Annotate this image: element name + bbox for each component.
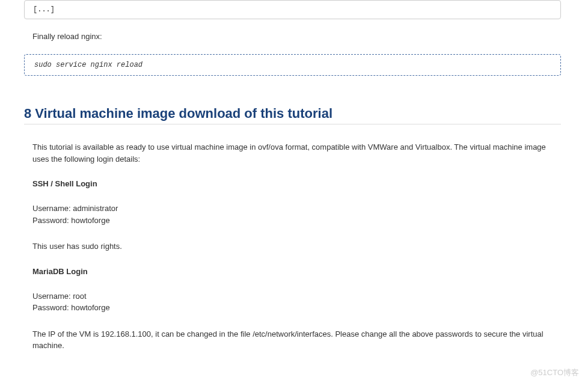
ssh-credentials: Username: administrator Password: howtof… (32, 203, 561, 226)
mariadb-credentials: Username: root Password: howtoforge (32, 290, 561, 314)
mariadb-password: Password: howtoforge (32, 302, 561, 314)
code-block-top: [...] (24, 0, 561, 19)
intro-paragraph: This tutorial is available as ready to u… (32, 141, 561, 165)
content-section: This tutorial is available as ready to u… (24, 127, 561, 352)
ssh-login-heading: SSH / Shell Login (32, 179, 561, 188)
mariadb-login-heading: MariaDB Login (32, 267, 561, 276)
ssh-password: Password: howtoforge (32, 215, 561, 227)
mariadb-username: Username: root (32, 290, 561, 302)
code-text: [...] (33, 5, 55, 14)
section-heading: 8 Virtual machine image download of this… (24, 106, 561, 124)
watermark: @51CTO博客 (530, 367, 579, 378)
code-block-reload: sudo service nginx reload (24, 54, 561, 76)
ssh-username: Username: administrator (32, 203, 561, 215)
reload-command-text: sudo service nginx reload (34, 61, 142, 69)
ip-note: The IP of the VM is 192.168.1.100, it ca… (32, 328, 561, 352)
sudo-note: This user has sudo rights. (32, 240, 561, 253)
finally-reload-text: Finally reload nginx: (32, 31, 561, 42)
